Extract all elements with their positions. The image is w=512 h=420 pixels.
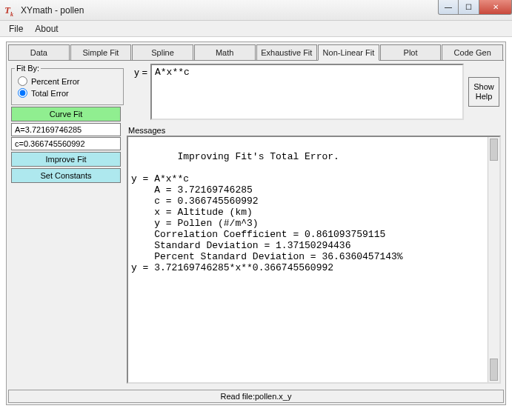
tab-code-gen[interactable]: Code Gen xyxy=(442,44,503,61)
show-help-button[interactable]: Show Help xyxy=(468,77,499,107)
app-icon: Tk xyxy=(4,4,16,16)
radio-percent-error[interactable]: Percent Error xyxy=(18,76,120,86)
equation-input[interactable] xyxy=(150,64,464,120)
titlebar: Tk XYmath - pollen — ☐ ✕ xyxy=(0,0,512,21)
scroll-up-button[interactable] xyxy=(490,139,498,161)
main-panel: Data Simple Fit Spline Math Exhaustive F… xyxy=(6,41,506,405)
value-A[interactable]: A=3.72169746285 xyxy=(11,123,121,136)
improve-fit-button[interactable]: Improve Fit xyxy=(11,152,121,167)
tab-plot[interactable]: Plot xyxy=(380,44,442,61)
messages-text: Improving Fit's Total Error. y = A*x**c … xyxy=(131,151,403,273)
radio-total-error-label: Total Error xyxy=(31,89,69,98)
menu-file[interactable]: File xyxy=(3,22,29,36)
tab-math[interactable]: Math xyxy=(194,44,256,61)
set-constants-button[interactable]: Set Constants xyxy=(11,168,121,183)
tab-non-linear-fit[interactable]: Non-Linear Fit xyxy=(318,44,379,61)
tab-exhaustive-fit[interactable]: Exhaustive Fit xyxy=(256,44,318,61)
window-title: XYmath - pollen xyxy=(21,5,84,16)
scroll-down-button[interactable] xyxy=(490,359,498,381)
tab-spline[interactable]: Spline xyxy=(132,44,193,61)
status-bar: Read file:pollen.x_y xyxy=(8,390,504,403)
minimize-button[interactable]: — xyxy=(438,0,459,15)
maximize-button[interactable]: ☐ xyxy=(459,0,479,15)
fit-by-legend: Fit By: xyxy=(15,64,41,73)
messages-area[interactable]: Improving Fit's Total Error. y = A*x**c … xyxy=(127,136,501,384)
fit-by-group: Fit By: Percent Error Total Error xyxy=(11,64,124,105)
tab-data[interactable]: Data xyxy=(8,44,70,61)
radio-percent-error-label: Percent Error xyxy=(31,77,79,86)
messages-label: Messages xyxy=(128,126,501,135)
left-panel: Fit By: Percent Error Total Error Curve … xyxy=(8,61,127,387)
equation-label: y = xyxy=(127,64,147,78)
menu-about[interactable]: About xyxy=(29,22,64,36)
radio-percent-error-input[interactable] xyxy=(18,76,27,86)
menubar: File About xyxy=(0,21,512,37)
close-button[interactable]: ✕ xyxy=(479,0,512,15)
curve-fit-button[interactable]: Curve Fit xyxy=(11,107,121,121)
tab-row: Data Simple Fit Spline Math Exhaustive F… xyxy=(8,44,504,60)
scrollbar-vertical[interactable] xyxy=(488,137,499,382)
tab-simple-fit[interactable]: Simple Fit xyxy=(70,44,132,61)
radio-total-error-input[interactable] xyxy=(18,88,27,98)
value-c[interactable]: c=0.366745560992 xyxy=(11,137,121,150)
radio-total-error[interactable]: Total Error xyxy=(18,88,120,98)
right-panel: y = Show Help Messages Improving Fit's T… xyxy=(127,61,504,387)
